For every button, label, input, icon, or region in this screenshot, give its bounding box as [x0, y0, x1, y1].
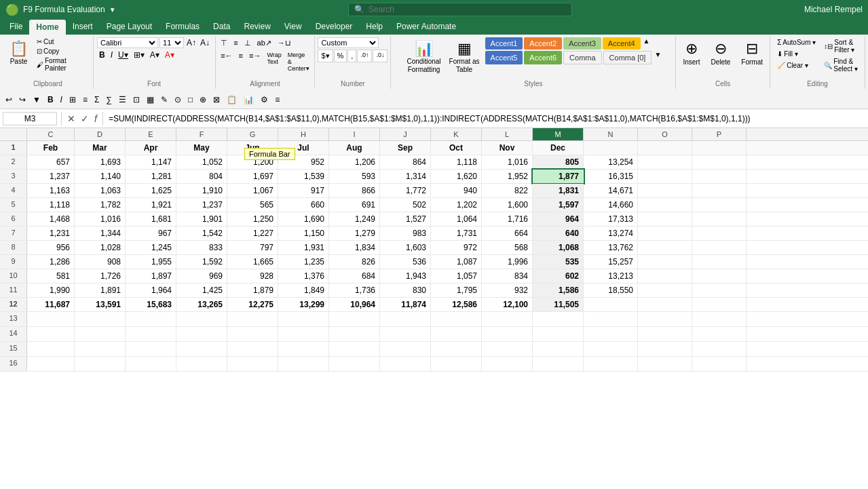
format-as-table-button[interactable]: ▦ Format asTable	[447, 37, 483, 77]
merge-center-button[interactable]: Merge &Center▾	[285, 50, 312, 73]
list-item[interactable]: 1,376	[278, 269, 329, 283]
empty-cell[interactable]	[533, 342, 584, 356]
col-header-K[interactable]: K	[431, 128, 482, 140]
list-item[interactable]: 1,910	[176, 184, 227, 197]
list-item[interactable]: 1,237	[27, 170, 75, 183]
formula-function-button[interactable]: f	[93, 113, 98, 124]
accent4-button[interactable]: Accent4	[603, 37, 641, 50]
col-header-N[interactable]: N	[584, 128, 638, 140]
empty-cell[interactable]	[482, 327, 533, 341]
list-item[interactable]	[638, 241, 692, 254]
cut-button[interactable]: ✂ Cut	[35, 37, 90, 46]
empty-cell[interactable]	[482, 357, 533, 371]
list-item[interactable]: 1,693	[75, 155, 126, 169]
empty-cell[interactable]	[692, 327, 747, 341]
empty-cell[interactable]	[227, 327, 278, 341]
list-item[interactable]: 1,206	[329, 155, 380, 169]
col-header-L[interactable]: L	[482, 128, 533, 140]
empty-cell[interactable]	[176, 357, 227, 371]
list-item[interactable]: 17,313	[584, 212, 638, 226]
list-item[interactable]	[692, 283, 747, 297]
decimal-dec-button[interactable]: .0↓	[373, 50, 388, 62]
list-item[interactable]: 826	[329, 255, 380, 269]
formula-cancel-button[interactable]: ✕	[66, 113, 77, 124]
col-header-I[interactable]: I	[329, 128, 380, 140]
border-button[interactable]: ⊞▾	[132, 50, 147, 60]
list-item[interactable]: 822	[482, 184, 533, 197]
list-item[interactable]: 1,834	[329, 241, 380, 254]
empty-cell[interactable]	[584, 342, 638, 356]
formula-input[interactable]	[107, 113, 865, 125]
comma-style-button[interactable]: Comma	[563, 51, 602, 64]
list-item[interactable]: 956	[27, 241, 75, 254]
col-header-P[interactable]: P	[692, 128, 747, 140]
list-item[interactable]	[638, 198, 692, 212]
list-item[interactable]: 1,016	[75, 212, 126, 226]
comma-button[interactable]: ,	[347, 50, 356, 62]
list-item[interactable]: 1,964	[126, 283, 176, 297]
delete-button[interactable]: ⊖ Delete	[706, 37, 734, 69]
empty-cell[interactable]	[126, 327, 176, 341]
list-item[interactable]: 830	[380, 283, 431, 297]
tb-chart[interactable]: 📊	[241, 94, 257, 106]
list-item[interactable]: 18,550	[584, 283, 638, 297]
empty-cell[interactable]	[176, 342, 227, 356]
list-item[interactable]: 1,697	[227, 170, 278, 183]
empty-cell[interactable]	[329, 312, 380, 326]
tb-grid[interactable]: ⊡	[130, 94, 143, 106]
empty-cell[interactable]	[329, 342, 380, 356]
tab-help[interactable]: Help	[359, 19, 390, 35]
tb-circle[interactable]: ⊙	[172, 94, 184, 106]
list-item[interactable]	[638, 184, 692, 197]
list-item[interactable]: 1,147	[126, 155, 176, 169]
empty-cell[interactable]	[482, 312, 533, 326]
list-item[interactable]: 804	[176, 170, 227, 183]
list-item[interactable]: 797	[227, 241, 278, 254]
tb-plus-circle[interactable]: ⊕	[197, 94, 209, 106]
styles-scroll-up[interactable]: ▲	[642, 37, 652, 50]
list-item[interactable]: 593	[329, 170, 380, 183]
empty-cell[interactable]	[227, 312, 278, 326]
list-item[interactable]: 1,996	[482, 255, 533, 269]
orientation-button[interactable]: ab↗	[254, 37, 274, 49]
empty-cell[interactable]	[533, 327, 584, 341]
col-header-G[interactable]: G	[227, 128, 278, 140]
wrap-text-button[interactable]: WrapText	[264, 50, 284, 73]
list-item[interactable]: 1,539	[278, 170, 329, 183]
paste-button[interactable]: 📋 Paste	[5, 37, 32, 68]
align-right-button[interactable]: ≡→	[246, 50, 263, 73]
list-item[interactable]: 13,213	[584, 269, 638, 283]
empty-cell[interactable]	[176, 327, 227, 341]
formula-confirm-button[interactable]: ✓	[79, 113, 90, 124]
list-item[interactable]: 1,425	[176, 283, 227, 297]
col-header-E[interactable]: E	[126, 128, 176, 140]
list-item[interactable]	[692, 198, 747, 212]
list-item[interactable]: 14,660	[584, 198, 638, 212]
list-item[interactable]: 1,118	[27, 198, 75, 212]
list-item[interactable]: 940	[431, 184, 482, 197]
empty-cell[interactable]	[278, 312, 329, 326]
list-item[interactable]: 1,731	[431, 227, 482, 240]
list-item[interactable]: 917	[278, 184, 329, 197]
list-item[interactable]: 1,163	[27, 184, 75, 197]
empty-cell[interactable]	[692, 357, 747, 371]
month-sep[interactable]: Sep	[380, 141, 431, 155]
tb-settings[interactable]: ⚙	[258, 94, 271, 106]
list-item[interactable]: 1,202	[431, 198, 482, 212]
list-item[interactable]: 1,849	[278, 283, 329, 297]
empty-cell[interactable]	[584, 312, 638, 326]
list-item[interactable]: 502	[380, 198, 431, 212]
conditional-formatting-button[interactable]: 📊 ConditionalFormatting	[404, 37, 444, 77]
tb-menu[interactable]: ☰	[116, 94, 129, 106]
empty-cell[interactable]	[329, 357, 380, 371]
empty-cell[interactable]	[431, 327, 482, 341]
list-item[interactable]: 602	[533, 269, 584, 283]
font-size-select[interactable]: 11	[159, 37, 184, 48]
search-input[interactable]	[369, 5, 566, 14]
tab-review[interactable]: Review	[237, 19, 277, 35]
tb-border[interactable]: ⊞	[67, 94, 79, 106]
col-header-J[interactable]: J	[380, 128, 431, 140]
list-item[interactable]: 1,235	[278, 255, 329, 269]
list-item[interactable]: 1,952	[482, 170, 533, 183]
list-item[interactable]: 1,877	[533, 170, 584, 183]
